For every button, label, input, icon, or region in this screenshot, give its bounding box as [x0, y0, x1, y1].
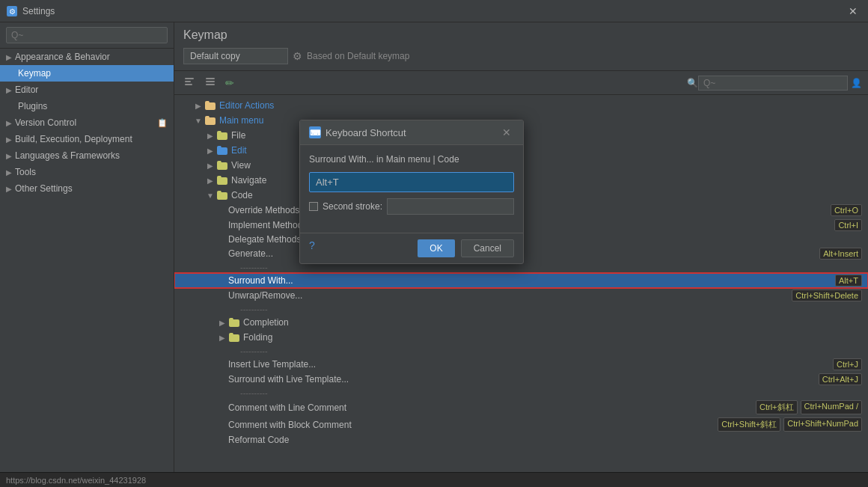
shortcut-area: Alt+Insert: [819, 248, 868, 260]
svg-text:⚙: ⚙: [9, 7, 16, 16]
expand-all-button[interactable]: [201, 74, 219, 91]
window-close-button[interactable]: ✕: [844, 4, 862, 19]
sidebar-item-other[interactable]: ▶ Other Settings: [0, 180, 174, 197]
tree-node-label: Comment with Line Comment: [228, 402, 756, 413]
shortcut-area: Ctrl+斜杠 Ctrl+NumPad /: [756, 400, 868, 414]
sidebar-item-plugins[interactable]: Plugins: [0, 98, 174, 114]
folder-icon: [204, 114, 216, 126]
expand-arrow-icon: ▶: [6, 135, 12, 144]
modal-title: Keyboard Shortcut: [326, 127, 499, 138]
svg-rect-7: [206, 84, 215, 85]
tree-separator: ----------: [174, 387, 868, 399]
sidebar-item-editor[interactable]: ▶ Editor: [0, 82, 174, 98]
user-icon[interactable]: 👤: [851, 78, 862, 88]
help-icon[interactable]: ?: [309, 239, 315, 257]
tree-node-comment-line[interactable]: Comment with Line Comment Ctrl+斜杠 Ctrl+N…: [174, 399, 868, 416]
svg-rect-5: [206, 78, 215, 79]
page-title: Keymap: [183, 28, 859, 42]
tree-node-label: Unwrap/Remove...: [228, 290, 792, 301]
tree-node-label: Surround With...: [228, 275, 835, 286]
sidebar-search-area: [0, 22, 174, 49]
tree-node-editor-actions[interactable]: ▶ Editor Actions: [174, 98, 868, 113]
expand-arrow-icon: ▶: [6, 86, 12, 94]
sidebar-item-tools[interactable]: ▶ Tools: [0, 164, 174, 180]
tree-node-surround-live-template[interactable]: Surround with Live Template... Ctrl+Alt+…: [174, 372, 868, 387]
tree-node-reformat[interactable]: Reformat Code: [174, 433, 868, 447]
cancel-button[interactable]: Cancel: [461, 239, 514, 257]
expand-arrow-icon: ▶: [6, 152, 12, 160]
second-stroke-checkbox[interactable]: [309, 202, 318, 211]
svg-rect-4: [185, 84, 192, 85]
sidebar-item-label: Editor: [15, 85, 38, 95]
folder-icon: [204, 99, 216, 111]
expand-icon: ▶: [216, 319, 228, 327]
tree-search-input[interactable]: [698, 76, 848, 91]
keymap-dropdown[interactable]: Default copy Default Eclipse Emacs NetBe…: [183, 48, 288, 64]
app-icon: ⚙: [6, 5, 18, 17]
collapse-icon: ▼: [204, 192, 216, 200]
sidebar-search-input[interactable]: [6, 27, 168, 43]
tree-node-label: Folding: [243, 332, 868, 343]
shortcut-badge: Ctrl+J: [833, 358, 862, 370]
keymap-selector: Default copy Default Eclipse Emacs NetBe…: [183, 48, 859, 64]
expand-icon: ▶: [204, 177, 216, 185]
shortcut-badge: Ctrl+NumPad /: [801, 400, 862, 414]
bottom-bar-url: https://blog.csdn.net/weixin_44231928: [6, 476, 146, 485]
tree-node-label: Delegate Methods...: [228, 234, 308, 245]
tree-node-completion[interactable]: ▶ Completion: [174, 315, 868, 330]
folder-icon: [228, 316, 240, 328]
sidebar-item-languages[interactable]: ▶ Languages & Frameworks: [0, 147, 174, 164]
folder-icon: [216, 189, 228, 201]
tree-node-label: Completion: [243, 317, 868, 328]
sidebar: ▶ Appearance & Behavior Keymap ▶ Editor …: [0, 22, 174, 487]
shortcut-area: Ctrl+Shift+斜杠 Ctrl+Shift+NumPad: [718, 417, 868, 432]
shortcut-area: Ctrl+Shift+Delete: [792, 290, 868, 301]
content-header: Keymap Default copy Default Eclipse Emac…: [174, 22, 868, 71]
shortcut-badge: Ctrl+Shift+NumPad: [783, 417, 862, 432]
shortcut-badge: Ctrl+Shift+斜杠: [718, 417, 780, 432]
shortcut-area: Ctrl+Alt+J: [819, 373, 868, 385]
tree-node-surround-with[interactable]: Surround With... Alt+T: [174, 273, 868, 288]
modal-header: ⌨ Keyboard Shortcut ✕: [300, 120, 523, 145]
tree-separator: ----------: [174, 345, 868, 357]
spacer: [321, 239, 412, 257]
sidebar-item-label: Version Control: [15, 117, 76, 128]
folder-icon: [216, 174, 228, 186]
tree-node-label: Surround with Live Template...: [228, 374, 819, 385]
shortcut-input[interactable]: [309, 172, 514, 192]
folder-icon: [216, 159, 228, 171]
shortcut-badge: Ctrl+O: [831, 204, 862, 216]
svg-rect-6: [206, 81, 215, 82]
window-title: Settings: [22, 6, 55, 16]
keyboard-shortcut-modal: ⌨ Keyboard Shortcut ✕ Surround With... i…: [299, 120, 524, 264]
sidebar-item-appearance[interactable]: ▶ Appearance & Behavior: [0, 49, 174, 65]
ok-button[interactable]: OK: [418, 239, 454, 257]
tree-node-insert-live-template[interactable]: Insert Live Template... Ctrl+J: [174, 357, 868, 372]
svg-rect-2: [185, 78, 194, 79]
second-stroke-area: Second stroke:: [309, 198, 514, 215]
expand-icon: ▶: [204, 162, 216, 170]
shortcut-badge: Ctrl+I: [834, 219, 862, 231]
tree-node-unwrap-remove[interactable]: Unwrap/Remove... Ctrl+Shift+Delete: [174, 288, 868, 303]
tree-node-folding[interactable]: ▶ Folding: [174, 330, 868, 345]
tree-separator: ----------: [174, 303, 868, 315]
sidebar-item-label: Keymap: [18, 68, 51, 79]
sidebar-item-label: Appearance & Behavior: [15, 52, 110, 62]
modal-subtitle: Surround With... in Main menu | Code: [309, 154, 514, 165]
shortcut-area: Ctrl+O: [831, 204, 868, 216]
sidebar-item-version-control[interactable]: ▶ Version Control 📋: [0, 114, 174, 131]
edit-icon[interactable]: ✏: [222, 76, 237, 91]
expand-arrow-icon: ▶: [6, 185, 12, 193]
second-stroke-input[interactable]: [387, 198, 514, 215]
tree-node-comment-block[interactable]: Comment with Block Comment Ctrl+Shift+斜杠…: [174, 416, 868, 433]
modal-close-button[interactable]: ✕: [499, 126, 514, 138]
sidebar-item-build[interactable]: ▶ Build, Execution, Deployment: [0, 131, 174, 147]
sidebar-item-label: Build, Execution, Deployment: [15, 134, 132, 144]
collapse-all-button[interactable]: [180, 74, 198, 91]
sidebar-item-keymap[interactable]: Keymap: [0, 65, 174, 82]
toolbar-search-area: 🔍 👤: [687, 76, 862, 91]
folder-icon: [216, 129, 228, 141]
keymap-dropdown-wrapper: Default copy Default Eclipse Emacs NetBe…: [183, 48, 288, 64]
tree-node-label: Comment with Block Comment: [228, 420, 718, 430]
keymap-gear-icon[interactable]: ⚙: [293, 50, 302, 62]
